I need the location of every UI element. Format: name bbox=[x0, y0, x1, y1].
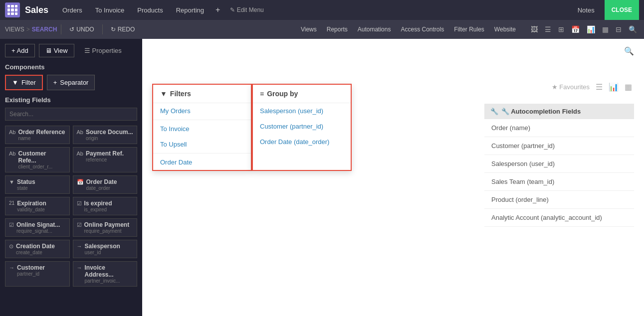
calendar-icon: 📅 bbox=[77, 179, 84, 185]
favourites-button[interactable]: ★ Favourites bbox=[552, 83, 590, 91]
divider2 bbox=[102, 24, 103, 34]
field-name: Online Signat... bbox=[16, 221, 60, 228]
field-key: create_date bbox=[16, 250, 55, 255]
nav-orders[interactable]: Orders bbox=[58, 6, 86, 14]
search-icon[interactable]: 🔍 bbox=[627, 24, 639, 34]
filter-to-upsell[interactable]: To Upsell bbox=[153, 137, 251, 152]
filter-icon: ▼ bbox=[160, 90, 167, 98]
view-icon-pivot[interactable]: ⊟ bbox=[614, 24, 624, 34]
groupby-customer[interactable]: Customer (partner_id) bbox=[253, 119, 351, 134]
groupby-salesperson[interactable]: Salesperson (user_id) bbox=[253, 103, 351, 119]
sec-nav-automations[interactable]: Automations bbox=[354, 24, 395, 35]
search-icon[interactable]: 🔍 bbox=[624, 47, 634, 55]
field-key: user_id bbox=[85, 250, 120, 255]
view-icon-table[interactable]: ▦ bbox=[600, 24, 611, 34]
filter-component[interactable]: ▼ Filter bbox=[5, 75, 43, 90]
field-order-date[interactable]: 📅 Order Date date_order bbox=[73, 175, 138, 194]
checkbox-icon: ☑ bbox=[77, 200, 82, 207]
field-name: Status bbox=[17, 178, 35, 185]
components-title: Components bbox=[5, 63, 137, 71]
filter-my-orders[interactable]: My Orders bbox=[153, 103, 251, 119]
sec-nav-website[interactable]: Website bbox=[490, 24, 520, 35]
field-expiration[interactable]: 21 Expiration validity_date bbox=[5, 197, 70, 215]
view-icon-grid[interactable]: ⊞ bbox=[556, 24, 566, 34]
autocomp-product[interactable]: Product (order_line) bbox=[484, 191, 634, 209]
sec-nav-items: Views Reports Automations Access Control… bbox=[297, 24, 520, 35]
breadcrumb-views[interactable]: VIEWS bbox=[5, 26, 24, 33]
sec-nav-filter-rules[interactable]: Filter Rules bbox=[450, 24, 488, 35]
nav-to-invoice[interactable]: To Invoice bbox=[91, 6, 129, 14]
text-icon: Ab bbox=[9, 151, 15, 157]
autocomp-salesperson[interactable]: Salesperson (user_id) bbox=[484, 155, 634, 173]
text-icon: Ab bbox=[77, 129, 83, 135]
close-button[interactable]: CLOSE bbox=[605, 0, 639, 20]
autocompletion-header: 🔧 🔧 Autocompletion Fields bbox=[484, 104, 634, 119]
field-online-payment[interactable]: ☑ Online Payment require_payment bbox=[73, 218, 138, 237]
field-creation-date[interactable]: ⊙ Creation Date create_date bbox=[5, 240, 70, 258]
nav-reporting[interactable]: Reporting bbox=[172, 6, 208, 14]
table-view-icon[interactable]: ▦ bbox=[623, 81, 634, 93]
secondary-navigation: VIEWS > SEARCH ↺ UNDO ↻ REDO Views Repor… bbox=[0, 20, 644, 39]
text-icon: Ab bbox=[77, 151, 83, 157]
field-payment-ref[interactable]: Ab Payment Ref. reference bbox=[73, 147, 138, 172]
redo-button[interactable]: ↻ REDO bbox=[107, 24, 139, 35]
edit-menu-link[interactable]: ✎ Edit Menu bbox=[230, 6, 263, 13]
field-name: Salesperson bbox=[85, 243, 120, 250]
nav-plus-icon[interactable]: + bbox=[213, 5, 222, 14]
date-icon: 21 bbox=[9, 200, 14, 206]
field-name: Creation Date bbox=[16, 243, 55, 250]
autocomp-customer[interactable]: Customer (partner_id) bbox=[484, 137, 634, 155]
separator-component[interactable]: + Separator bbox=[47, 75, 95, 90]
sec-nav-reports[interactable]: Reports bbox=[323, 24, 352, 35]
sec-nav-access-controls[interactable]: Access Controls bbox=[397, 24, 448, 35]
autocompletion-panel: 🔧 🔧 Autocompletion Fields Order (name) C… bbox=[484, 104, 634, 227]
sec-nav-views[interactable]: Views bbox=[297, 24, 321, 35]
app-icon[interactable] bbox=[5, 2, 20, 17]
dropdown-sep bbox=[153, 120, 251, 120]
field-customer[interactable]: → Customer partner_id bbox=[5, 261, 70, 287]
view-button[interactable]: 🖥 View bbox=[39, 44, 74, 57]
nav-products[interactable]: Products bbox=[133, 6, 167, 14]
view-icon-calendar[interactable]: 📅 bbox=[569, 24, 582, 34]
filter-to-invoice[interactable]: To Invoice bbox=[153, 121, 251, 137]
undo-button[interactable]: ↺ UNDO bbox=[65, 24, 98, 35]
view-icon-image[interactable]: 🖼 bbox=[529, 24, 540, 34]
field-order-reference[interactable]: Ab Order Reference name bbox=[5, 126, 70, 144]
sec-view-icons: 🖼 ☰ ⊞ 📅 📊 ▦ ⊟ 🔍 bbox=[529, 24, 639, 34]
list-view-icon[interactable]: ☰ bbox=[594, 81, 605, 93]
fields-grid: Ab Order Reference name Ab Source Docum.… bbox=[5, 126, 137, 287]
fields-search-input[interactable] bbox=[5, 108, 137, 121]
field-key: partner_id bbox=[17, 271, 45, 277]
monitor-icon: 🖥 bbox=[45, 47, 52, 54]
view-icons: ☰ 📊 ▦ bbox=[594, 81, 634, 93]
bar-chart-icon[interactable]: 📊 bbox=[607, 81, 621, 93]
field-is-expired[interactable]: ☑ Is expired is_expired bbox=[73, 197, 138, 215]
field-name: Order Reference bbox=[18, 129, 65, 136]
top-navigation: Sales Orders To Invoice Products Reporti… bbox=[0, 0, 644, 20]
properties-button[interactable]: ☰ Properties bbox=[78, 44, 128, 57]
view-icon-bar[interactable]: 📊 bbox=[585, 24, 597, 34]
field-key: origin bbox=[86, 136, 133, 141]
field-customer-ref[interactable]: Ab Customer Refe... client_order_r... bbox=[5, 147, 70, 172]
notes-button[interactable]: Notes bbox=[573, 6, 600, 14]
existing-fields-title: Existing Fields bbox=[5, 96, 137, 104]
autocomp-analytic-account[interactable]: Analytic Account (analytic_account_id) bbox=[484, 209, 634, 227]
field-online-signature[interactable]: ☑ Online Signat... require_signat... bbox=[5, 218, 70, 237]
field-key: require_signat... bbox=[16, 228, 60, 234]
field-status[interactable]: ▼ Status state bbox=[5, 175, 70, 194]
field-invoice-address[interactable]: → Invoice Address... partner_invoic... bbox=[73, 261, 138, 287]
view-icon-list[interactable]: ☰ bbox=[543, 24, 553, 34]
field-source-document[interactable]: Ab Source Docum... origin bbox=[73, 126, 138, 144]
divider bbox=[61, 24, 61, 34]
field-salesperson[interactable]: → Salesperson user_id bbox=[73, 240, 138, 258]
field-name: Expiration bbox=[17, 200, 46, 207]
autocomp-order[interactable]: Order (name) bbox=[484, 119, 634, 137]
add-button[interactable]: + Add bbox=[5, 44, 35, 57]
breadcrumb-current: SEARCH bbox=[32, 26, 57, 33]
autocomp-sales-team[interactable]: Sales Team (team_id) bbox=[484, 173, 634, 191]
filter-order-date[interactable]: Order Date bbox=[153, 155, 251, 170]
relation-icon: → bbox=[77, 265, 82, 271]
groupby-order-date[interactable]: Order Date (date_order) bbox=[253, 134, 351, 150]
field-key: name bbox=[18, 136, 65, 141]
groupby-header: ≡ Group by bbox=[253, 85, 351, 103]
